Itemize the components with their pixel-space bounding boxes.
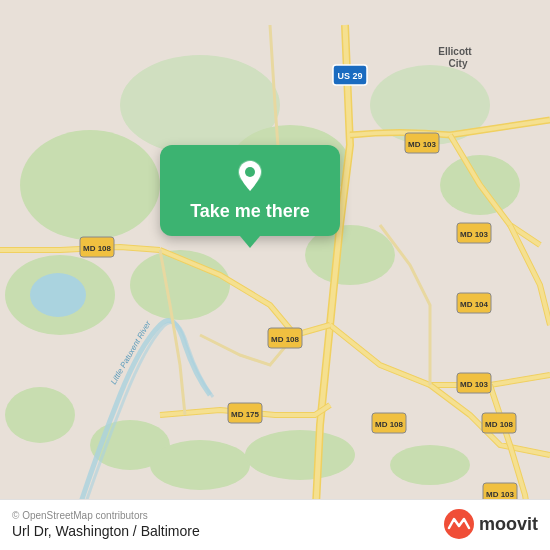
- svg-text:MD 103: MD 103: [460, 230, 489, 239]
- svg-text:MD 103: MD 103: [486, 490, 515, 499]
- svg-text:City: City: [449, 58, 468, 69]
- svg-text:Ellicott: Ellicott: [438, 46, 472, 57]
- svg-text:MD 108: MD 108: [83, 244, 112, 253]
- svg-text:MD 108: MD 108: [375, 420, 404, 429]
- svg-point-13: [390, 445, 470, 485]
- location-info: © OpenStreetMap contributors Url Dr, Was…: [12, 510, 200, 539]
- svg-text:US 29: US 29: [337, 71, 362, 81]
- svg-point-14: [30, 273, 86, 317]
- moovit-brand-text: moovit: [479, 514, 538, 535]
- map-background: US 29 MD 103 MD 103 MD 104 MD 108 MD 108…: [0, 0, 550, 550]
- bottom-bar: © OpenStreetMap contributors Url Dr, Was…: [0, 499, 550, 550]
- take-me-there-button[interactable]: Take me there: [190, 201, 310, 222]
- svg-text:MD 175: MD 175: [231, 410, 260, 419]
- svg-point-10: [5, 387, 75, 443]
- svg-text:MD 108: MD 108: [485, 420, 514, 429]
- svg-point-11: [150, 440, 250, 490]
- svg-point-41: [245, 167, 255, 177]
- copyright-text: © OpenStreetMap contributors: [12, 510, 200, 521]
- moovit-brand-icon: [443, 508, 475, 540]
- svg-point-2: [20, 130, 160, 240]
- svg-text:MD 108: MD 108: [271, 335, 300, 344]
- map-container: US 29 MD 103 MD 103 MD 104 MD 108 MD 108…: [0, 0, 550, 550]
- popup-card[interactable]: Take me there: [160, 145, 340, 236]
- moovit-logo: moovit: [443, 508, 538, 540]
- svg-text:MD 103: MD 103: [408, 140, 437, 149]
- svg-point-12: [245, 430, 355, 480]
- location-name: Url Dr, Washington / Baltimore: [12, 523, 200, 539]
- svg-text:MD 104: MD 104: [460, 300, 489, 309]
- location-pin-icon: [231, 157, 269, 195]
- svg-text:MD 103: MD 103: [460, 380, 489, 389]
